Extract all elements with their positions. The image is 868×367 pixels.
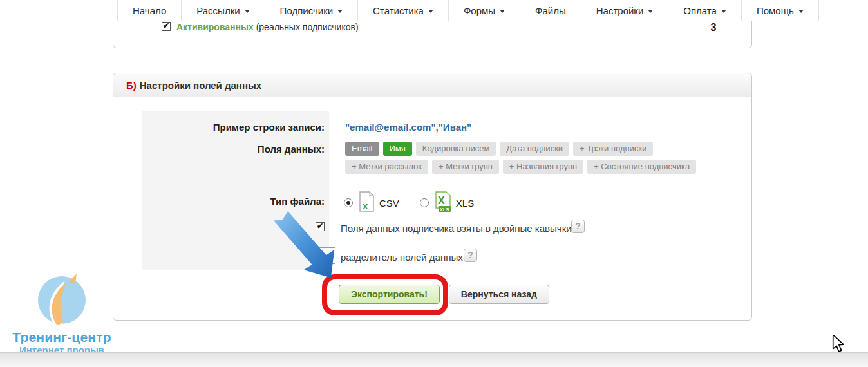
data-fields-settings-panel: Б) Настройки полей данных Пример строки … — [113, 73, 752, 321]
delimiter-label: разделитель полей данных — [341, 252, 463, 263]
nav-label: Начало — [133, 5, 166, 16]
chevron-down-icon — [798, 10, 804, 13]
export-button[interactable]: Экспортировать! — [339, 285, 440, 304]
filetype-options: x CSV X XLS XLS — [344, 191, 474, 214]
chevron-down-icon — [648, 10, 653, 13]
double-quotes-label: Поля данных подписчика взяты в двойные к… — [341, 223, 572, 234]
nav-label: Оплата — [683, 5, 717, 16]
nav-label: Формы — [464, 5, 495, 16]
delimiter-input[interactable] — [319, 247, 335, 264]
nav-item-help[interactable]: Помощь — [742, 0, 819, 21]
page: Начало Рассылки Подписчики Статистика Фо… — [0, 0, 868, 367]
example-row-label: Пример строки записи: — [142, 122, 325, 133]
site-logo: Тренинг-центр Интернет прорыв — [12, 273, 112, 355]
activated-label: Активированных (реальных подписчиков) — [176, 22, 359, 32]
chevron-down-icon — [245, 10, 250, 13]
chevron-down-icon — [428, 10, 433, 13]
fields-row-label: Поля данных: — [142, 144, 325, 155]
double-quotes-help-button[interactable]: ? — [571, 220, 585, 233]
svg-text:x: x — [363, 200, 368, 211]
top-navigation: Начало Рассылки Подписчики Статистика Фо… — [0, 0, 868, 21]
form-actions: Экспортировать! Вернуться назад — [339, 285, 549, 304]
nav-label: Файлы — [535, 5, 566, 16]
chevron-down-icon — [500, 10, 505, 13]
csv-option-label[interactable]: CSV — [379, 198, 399, 209]
csv-file-icon: x — [358, 191, 375, 214]
panel-title-prefix: Б) — [126, 80, 137, 91]
tag-group-names[interactable]: + Названия групп — [503, 160, 583, 174]
footer-bar — [0, 352, 868, 367]
nav-label: Статистика — [373, 5, 424, 16]
tag-group-labels[interactable]: + Метки групп — [432, 160, 499, 174]
nav-item-settings[interactable]: Настройки — [581, 0, 669, 21]
nav-label: Подписчики — [280, 5, 334, 16]
panel-header: Б) Настройки полей данных — [113, 73, 751, 97]
nav-item-files[interactable]: Файлы — [520, 0, 581, 21]
activated-label-rest: (реальных подписчиков) — [256, 22, 359, 32]
nav-label: Рассылки — [196, 5, 240, 16]
nav-item-forms[interactable]: Формы — [449, 0, 520, 21]
nav-label: Настройки — [596, 5, 644, 16]
xls-radio[interactable] — [420, 198, 429, 207]
tag-subscription-date[interactable]: Дата подписки — [500, 142, 569, 156]
data-field-tags-row-1: Email Имя Кодировка писем Дата подписки … — [345, 142, 653, 156]
chevron-down-icon — [721, 10, 726, 13]
activated-checkbox[interactable] — [162, 22, 171, 31]
nav-item-home[interactable]: Начало — [117, 0, 182, 21]
back-button[interactable]: Вернуться назад — [449, 285, 549, 304]
label-column-background — [142, 111, 329, 270]
logo-title: Тренинг-центр — [12, 330, 112, 345]
data-field-tags-row-2: + Метки рассылок + Метки групп + Названи… — [345, 160, 696, 174]
tag-subscriber-state[interactable]: + Состояние подписчика — [587, 160, 696, 174]
svg-text:X: X — [438, 195, 445, 206]
nav-item-mailings[interactable]: Рассылки — [182, 0, 265, 21]
tag-mailing-labels[interactable]: + Метки рассылок — [345, 160, 428, 174]
svg-text:XLS: XLS — [440, 206, 449, 212]
chevron-down-icon — [337, 10, 343, 13]
column-divider — [697, 21, 697, 40]
csv-radio[interactable] — [344, 198, 353, 207]
nav-item-payment[interactable]: Оплата — [668, 0, 742, 21]
activated-label-green: Активированных — [176, 22, 254, 32]
nav-label: Помощь — [757, 5, 794, 16]
double-quotes-checkbox[interactable] — [316, 222, 325, 231]
xls-file-icon: X XLS — [434, 191, 452, 215]
tag-name[interactable]: Имя — [383, 142, 412, 156]
tag-letter-encoding[interactable]: Кодировка писем — [416, 142, 496, 156]
filetype-row-label: Тип файла: — [142, 196, 325, 207]
nav-item-subscribers[interactable]: Подписчики — [265, 0, 359, 21]
panel-title: Настройки полей данных — [140, 80, 261, 91]
tag-email[interactable]: Email — [345, 142, 379, 156]
delimiter-help-button[interactable]: ? — [464, 249, 477, 262]
tag-subscription-tracks[interactable]: + Трэки подписки — [573, 142, 653, 156]
example-row-value: "email@email.com","Иван" — [345, 122, 471, 133]
xls-option-label[interactable]: XLS — [456, 198, 474, 209]
nav-item-statistics[interactable]: Статистика — [358, 0, 449, 21]
activated-subscribers-row: Активированных (реальных подписчиков) 3 — [113, 21, 751, 40]
activated-count: 3 — [701, 22, 726, 33]
logo-globe-icon — [35, 273, 88, 327]
